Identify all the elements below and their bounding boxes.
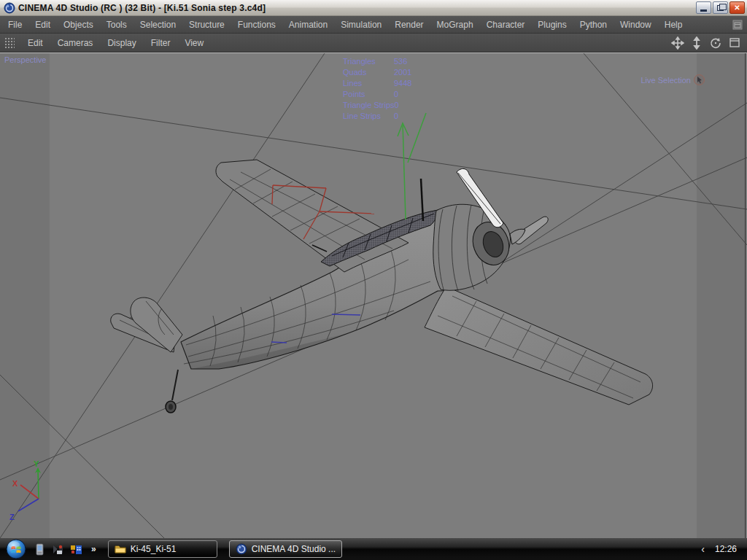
quicklaunch-device-icon[interactable]: [34, 543, 46, 556]
active-tool-indicator: Live Selection: [641, 74, 705, 85]
axis-x-label: X: [12, 479, 18, 488]
stat-label: Lines: [343, 78, 394, 89]
rotate-icon[interactable]: [709, 36, 722, 50]
quicklaunch-media-icon[interactable]: [52, 543, 64, 556]
pan-icon[interactable]: [671, 36, 684, 50]
vp-menu-cameras[interactable]: Cameras: [50, 34, 101, 52]
zoom-icon[interactable]: [690, 36, 703, 50]
menu-simulation[interactable]: Simulation: [334, 16, 388, 34]
viewport-stats: Triangles536 Quads2001 Lines9448 Points0…: [343, 56, 411, 122]
stat-value: 0: [394, 89, 398, 100]
vp-menu-filter[interactable]: Filter: [144, 34, 178, 52]
stat-label: Quads: [343, 67, 394, 78]
title-bar: CINEMA 4D Studio (RC ) (32 Bit) - [Ki.51…: [0, 0, 747, 16]
axis-z-label: Z: [9, 513, 15, 521]
menu-objects[interactable]: Objects: [57, 16, 100, 34]
menu-structure[interactable]: Structure: [182, 16, 231, 34]
taskbar: » Ki-45_Ki-51 CINEMA 4D Studio ... ‹ 12:…: [0, 538, 747, 560]
tail-wheel: [166, 370, 178, 413]
vp-menu-edit[interactable]: Edit: [20, 34, 50, 52]
active-tool-label: Live Selection: [641, 76, 692, 85]
menu-functions[interactable]: Functions: [231, 16, 282, 34]
minimize-icon: [700, 9, 707, 12]
cinema4d-window: CINEMA 4D Studio (RC ) (32 Bit) - [Ki.51…: [0, 0, 747, 560]
menu-edit[interactable]: Edit: [28, 16, 57, 34]
stat-value: 0: [394, 111, 398, 122]
viewport-toolbar: Edit Cameras Display Filter View: [0, 34, 747, 52]
taskbar-button-cinema4d[interactable]: CINEMA 4D Studio ...: [229, 540, 342, 558]
scene-3d: Y X Z: [0, 53, 747, 538]
menu-window[interactable]: Window: [614, 16, 658, 34]
folder-icon: [115, 543, 126, 555]
menu-animation[interactable]: Animation: [282, 16, 334, 34]
menu-file[interactable]: File: [1, 16, 28, 34]
close-icon: ✕: [734, 4, 740, 12]
menu-render[interactable]: Render: [388, 16, 430, 34]
system-tray: ‹ 12:26: [701, 543, 747, 555]
menu-character[interactable]: Character: [480, 16, 532, 34]
menu-bar: File Edit Objects Tools Selection Struct…: [0, 16, 747, 34]
quicklaunch-overflow-chevron[interactable]: »: [91, 544, 96, 554]
window-title: CINEMA 4D Studio (RC ) (32 Bit) - [Ki.51…: [18, 3, 266, 13]
menu-mograph[interactable]: MoGraph: [430, 16, 480, 34]
menu-tools[interactable]: Tools: [100, 16, 133, 34]
maximize-view-icon[interactable]: [728, 36, 741, 50]
stat-value: 0: [395, 100, 399, 111]
stat-label: Triangle Strips: [343, 100, 395, 111]
minimize-button[interactable]: [696, 1, 711, 14]
cinema4d-task-icon: [236, 543, 247, 555]
viewport-canvas[interactable]: Y X Z Perspective Triangles536 Quads2001…: [0, 52, 747, 538]
live-selection-tool-icon[interactable]: [694, 74, 705, 85]
layout-icon[interactable]: [732, 20, 743, 30]
right-wing: [425, 287, 653, 405]
taskbar-button-label: Ki-45_Ki-51: [131, 544, 177, 554]
stat-label: Triangles: [343, 56, 394, 67]
stat-value: 536: [394, 56, 407, 67]
menu-python[interactable]: Python: [573, 16, 614, 34]
tray-expand-chevron[interactable]: ‹: [701, 543, 705, 555]
taskbar-button-explorer[interactable]: Ki-45_Ki-51: [108, 540, 217, 558]
restore-button[interactable]: [713, 1, 728, 14]
taskbar-button-label: CINEMA 4D Studio ...: [252, 544, 336, 554]
menu-help[interactable]: Help: [658, 16, 689, 34]
stat-value: 9448: [394, 78, 411, 89]
clock[interactable]: 12:26: [715, 544, 737, 554]
vp-menu-display[interactable]: Display: [100, 34, 143, 52]
vp-menu-view[interactable]: View: [177, 34, 211, 52]
stat-label: Points: [343, 89, 394, 100]
toolbar-grip-icon[interactable]: [4, 37, 15, 49]
stat-value: 2001: [394, 67, 411, 78]
stat-label: Line Strips: [343, 111, 394, 122]
airplane-wireframe: [111, 160, 653, 413]
camera-label[interactable]: Perspective: [4, 55, 46, 64]
restore-icon: [717, 5, 724, 11]
left-wing: [216, 160, 409, 272]
quick-launch: »: [34, 543, 96, 556]
close-button[interactable]: ✕: [729, 1, 745, 14]
quicklaunch-cpp-icon[interactable]: [70, 543, 82, 556]
cinema4d-app-icon: [4, 2, 15, 14]
engine-cowl: [433, 204, 515, 291]
menu-plugins[interactable]: Plugins: [531, 16, 573, 34]
start-button[interactable]: [6, 539, 26, 559]
axis-y-label: Y: [34, 459, 39, 468]
menu-selection[interactable]: Selection: [133, 16, 182, 34]
